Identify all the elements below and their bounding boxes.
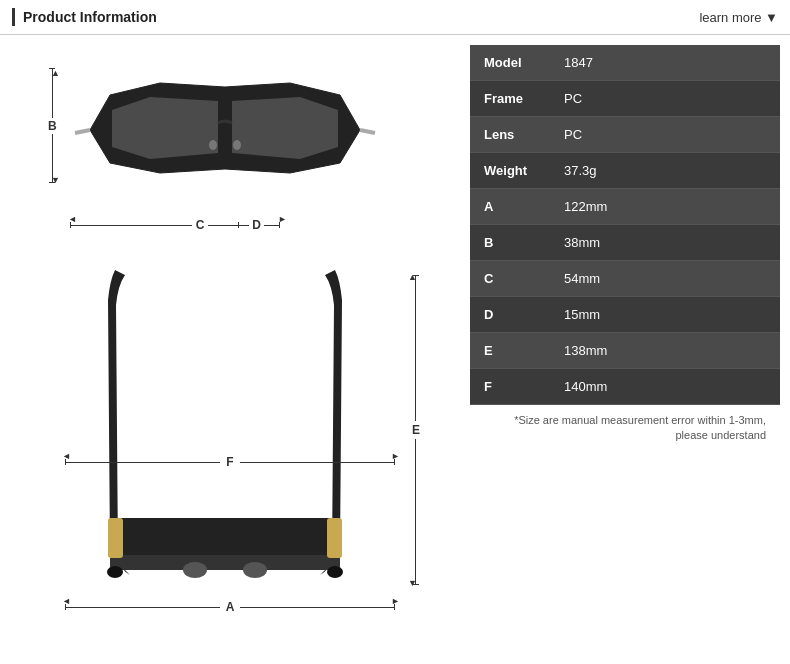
spec-row: B38mm: [470, 225, 780, 261]
spec-value: 1847: [564, 55, 593, 70]
page-header: Product Information learn more ▼: [0, 0, 790, 35]
spec-label: F: [484, 379, 564, 394]
spec-value: 38mm: [564, 235, 600, 250]
spec-row: Weight37.3g: [470, 153, 780, 189]
spec-label: Model: [484, 55, 564, 70]
spec-value: 140mm: [564, 379, 607, 394]
svg-point-9: [327, 566, 343, 578]
info-table: Model1847FramePCLensPCWeight37.3gA122mmB…: [470, 45, 780, 647]
spec-value: 54mm: [564, 271, 600, 286]
spec-label: Frame: [484, 91, 564, 106]
spec-value: 122mm: [564, 199, 607, 214]
spec-label: E: [484, 343, 564, 358]
spec-label: D: [484, 307, 564, 322]
spec-value: 15mm: [564, 307, 600, 322]
spec-row: A122mm: [470, 189, 780, 225]
svg-point-1: [233, 140, 241, 150]
svg-rect-5: [327, 518, 342, 558]
diagram-area: B ▲ ▼: [10, 45, 460, 647]
spec-row: D15mm: [470, 297, 780, 333]
spec-label: Lens: [484, 127, 564, 142]
spec-row: LensPC: [470, 117, 780, 153]
spec-row: FramePC: [470, 81, 780, 117]
svg-point-8: [107, 566, 123, 578]
svg-rect-4: [108, 518, 123, 558]
spec-row: E138mm: [470, 333, 780, 369]
spec-row: F140mm: [470, 369, 780, 405]
measurement-note: *Size are manual measurement error withi…: [470, 405, 780, 452]
spec-label: C: [484, 271, 564, 286]
svg-point-0: [209, 140, 217, 150]
page-title: Product Information: [23, 9, 157, 25]
main-content: B ▲ ▼: [0, 35, 790, 657]
spec-label: B: [484, 235, 564, 250]
spec-label: Weight: [484, 163, 564, 178]
svg-rect-3: [110, 555, 340, 570]
spec-value: 138mm: [564, 343, 607, 358]
spec-value: 37.3g: [564, 163, 597, 178]
spec-value: PC: [564, 91, 582, 106]
svg-point-7: [243, 562, 267, 578]
svg-point-6: [183, 562, 207, 578]
spec-row: C54mm: [470, 261, 780, 297]
header-left: Product Information: [12, 8, 157, 26]
spec-row: Model1847: [470, 45, 780, 81]
header-bar-decoration: [12, 8, 15, 26]
learn-more-button[interactable]: learn more ▼: [699, 10, 778, 25]
spec-value: PC: [564, 127, 582, 142]
spec-label: A: [484, 199, 564, 214]
learn-more-label: learn more ▼: [699, 10, 778, 25]
